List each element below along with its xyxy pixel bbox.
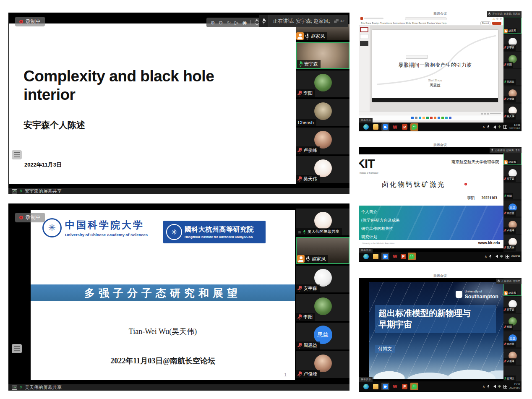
view-icon[interactable] (484, 113, 486, 115)
participant-tile-wutianwei-share[interactable]: 吴天伟的屏幕共享 (296, 209, 349, 235)
windows-taskbar[interactable]: W P ∧ 中 15:51 2022/11/3 (359, 381, 522, 391)
view-icon[interactable] (481, 113, 483, 115)
taskbar-clock[interactable]: 14:31 2022/11/3 (509, 124, 520, 130)
meeting-app-icon[interactable] (383, 384, 388, 389)
wechat-icon[interactable] (409, 254, 415, 259)
thumbnail[interactable] (360, 41, 368, 46)
participant-tile-anyusen[interactable]: 安宇森 (503, 166, 522, 182)
zoom-in-icon[interactable]: ⊕ (211, 20, 215, 26)
app-icon[interactable] (422, 117, 425, 119)
slide-thumbnails[interactable] (359, 26, 370, 112)
edge-browser-icon[interactable] (363, 384, 369, 389)
participant-tile-anyusen[interactable]: 安宇森 (503, 35, 522, 51)
participant-tile-anyusen[interactable]: 安宇森 (296, 42, 349, 69)
file-explorer-icon[interactable] (373, 384, 378, 389)
zoom-out-icon[interactable]: ⊖ (219, 20, 223, 26)
touch-keyboard-icon[interactable] (506, 255, 509, 258)
share-button[interactable] (492, 22, 501, 25)
participant-tile-cherish[interactable]: Cherish (296, 99, 349, 126)
wechat-icon[interactable] (412, 384, 417, 389)
wechat-icon[interactable] (412, 124, 417, 130)
participant-tile-liyang[interactable]: 李阳 (503, 52, 522, 68)
power-icon[interactable] (255, 20, 259, 25)
ppt-search-box[interactable] (405, 17, 447, 20)
participant-tile-fubowen[interactable]: 付博文 (503, 366, 522, 382)
meeting-app-icon[interactable] (383, 254, 388, 259)
back-icon[interactable]: ↩ (340, 18, 348, 24)
tray-mic-icon[interactable] (487, 385, 489, 388)
window-controls[interactable] (500, 18, 502, 20)
system-tray[interactable]: ∧ 中 15:51 2022/11/3 (482, 383, 520, 390)
system-tray[interactable]: ∧ 中 2022/11 (485, 254, 520, 259)
focus-icon[interactable]: ◉ (242, 20, 246, 26)
thumbnail-selected[interactable] (360, 27, 368, 32)
participant-tile-lujunfeng[interactable]: 卢俊峰 (503, 86, 522, 102)
record-button[interactable]: Record (480, 21, 490, 25)
app-icon[interactable] (426, 117, 429, 119)
participant-tile-lujunfeng[interactable]: 卢俊峰 (296, 351, 349, 378)
participant-tile-lujunfeng[interactable]: 卢俊峰 (296, 128, 349, 154)
file-explorer-icon[interactable] (373, 254, 378, 259)
powerpoint-icon[interactable]: P (402, 384, 407, 389)
participant-tile-lujunfeng[interactable]: 卢俊峰 (503, 349, 522, 365)
powerpoint-icon[interactable]: P (401, 254, 406, 259)
app-icon[interactable] (438, 117, 440, 119)
search-icon[interactable] (415, 117, 417, 119)
app-icon[interactable] (441, 117, 444, 119)
participant-tile-anyusen[interactable]: 安宇森 (503, 297, 522, 313)
participant-tile-zhaojiafeng[interactable]: 赵家凤 (296, 237, 349, 264)
windows-taskbar[interactable]: W P ∧ 中 14:31 2022/11/3 (359, 123, 522, 131)
volume-icon[interactable] (492, 125, 496, 129)
shared-screen-taskbar[interactable] (359, 115, 503, 120)
ime-indicator[interactable]: 中 (498, 125, 501, 129)
touch-keyboard-icon[interactable] (503, 125, 507, 129)
participant-tile-zhaojiafeng[interactable]: 赵家凤 (503, 18, 522, 34)
layout-icon[interactable] (334, 19, 339, 23)
view-icon[interactable] (487, 113, 489, 115)
edge-browser-icon[interactable] (363, 254, 369, 259)
participant-tile-zhousiyi[interactable]: 思益 周思益 (503, 331, 522, 347)
account-avatar[interactable] (496, 18, 498, 20)
app-icon[interactable] (434, 117, 436, 119)
tray-expand-icon[interactable]: ∧ (482, 125, 485, 129)
app-icon[interactable] (449, 117, 451, 119)
touch-keyboard-icon[interactable] (503, 385, 507, 389)
edge-browser-icon[interactable] (363, 124, 369, 130)
wps-office-icon[interactable]: W (392, 384, 398, 389)
ime-indicator[interactable]: 中 (498, 384, 501, 389)
wps-office-icon[interactable]: W (392, 124, 398, 130)
ime-indicator[interactable]: 中 (500, 254, 503, 259)
ppt-ribbon[interactable]: File Draw Design Transitions Animations … (359, 21, 503, 26)
tray-expand-icon[interactable]: ∧ (482, 385, 485, 389)
zoom-slider[interactable] (490, 113, 501, 114)
participant-tile-liyang[interactable]: 李阳 (296, 70, 349, 97)
tray-mic-icon[interactable] (489, 255, 491, 258)
rotate-icon[interactable]: ↻ (227, 20, 231, 26)
participant-tile-liyang[interactable]: 李阳 (503, 183, 522, 199)
powerpoint-icon[interactable]: P (402, 124, 407, 130)
thumbnail[interactable] (360, 34, 368, 39)
agenda-list-button[interactable] (12, 344, 22, 353)
taskbar-clock[interactable]: 15:51 2022/11/3 (509, 383, 520, 390)
participant-tile-zhousiyi[interactable]: 思益 周思益 (503, 201, 522, 216)
volume-icon[interactable] (494, 255, 498, 258)
agenda-list-button[interactable] (12, 150, 22, 159)
participant-tile-zhousiyi[interactable]: 思益 周思益 (296, 323, 349, 349)
taskbar-clock[interactable]: 2022/11 (511, 255, 520, 258)
file-explorer-icon[interactable] (373, 124, 378, 130)
participant-tile-liyang[interactable]: 李阳 (503, 314, 522, 330)
play-icon[interactable]: ▷ (235, 20, 238, 26)
windows-taskbar[interactable]: W P ∧ 中 2022/11 (359, 252, 522, 261)
volume-icon[interactable] (492, 385, 496, 388)
tray-mic-icon[interactable] (487, 125, 489, 129)
app-icon[interactable] (430, 117, 433, 119)
participant-tile-wutianwei[interactable]: 吴天伟 (296, 156, 349, 183)
start-icon[interactable] (411, 117, 414, 119)
participant-tile-wutianwei[interactable]: 吴天伟 (503, 104, 522, 120)
participant-tile-liyang[interactable]: 李阳 (296, 294, 349, 321)
meeting-app-icon[interactable] (383, 124, 388, 130)
participant-tile-wutianwei[interactable]: 吴天伟 (503, 235, 522, 251)
app-icon[interactable] (419, 117, 421, 119)
participant-tile-lujunfeng[interactable]: 卢俊峰 (503, 218, 522, 234)
ribbon-tabs[interactable]: File Draw Design Transitions Animations … (361, 22, 447, 24)
